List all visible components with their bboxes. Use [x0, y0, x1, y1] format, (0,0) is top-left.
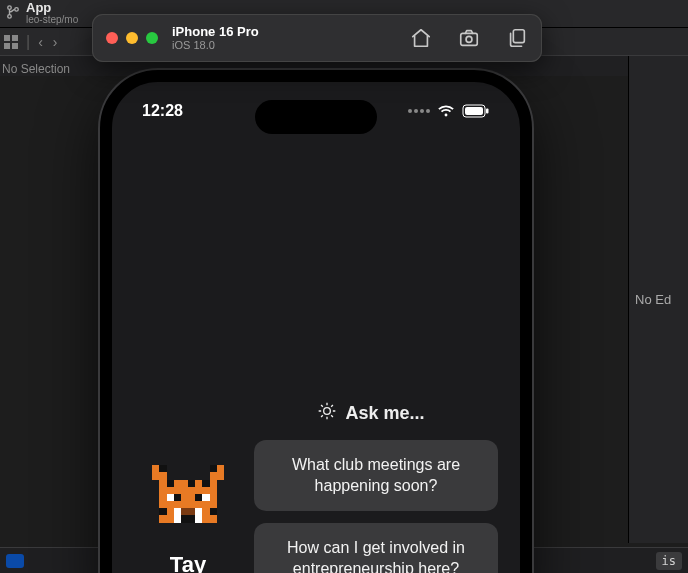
- minimize-icon[interactable]: [126, 32, 138, 44]
- svg-rect-18: [217, 465, 224, 472]
- cellular-icon: [408, 109, 430, 113]
- svg-rect-26: [174, 494, 181, 501]
- svg-rect-23: [188, 480, 195, 487]
- battery-icon: [462, 104, 490, 118]
- svg-rect-22: [167, 480, 174, 487]
- svg-point-13: [324, 407, 331, 414]
- zoom-icon[interactable]: [146, 32, 158, 44]
- svg-point-2: [15, 8, 19, 12]
- svg-rect-6: [12, 43, 18, 49]
- home-icon[interactable]: [410, 27, 432, 49]
- wifi-icon: [437, 104, 455, 118]
- sparkle-icon: [317, 401, 337, 426]
- scheme-subtitle: leo-step/mo: [26, 15, 78, 26]
- branch-icon: [6, 5, 20, 22]
- svg-rect-24: [202, 480, 209, 487]
- tiger-avatar-icon: [145, 458, 231, 544]
- status-time: 12:28: [142, 102, 183, 120]
- simulator-os-subtitle: iOS 18.0: [172, 39, 259, 51]
- svg-rect-5: [4, 43, 10, 49]
- avatar-name: Tay: [170, 552, 206, 573]
- svg-rect-34: [210, 508, 217, 515]
- svg-point-0: [8, 6, 12, 10]
- svg-rect-32: [188, 515, 195, 522]
- suggestion-card[interactable]: How can I get involved in entrepreneursh…: [254, 523, 498, 573]
- svg-rect-30: [181, 508, 195, 515]
- window-traffic-lights[interactable]: [106, 32, 158, 44]
- simulator-window-titlebar[interactable]: iPhone 16 Pro iOS 18.0: [92, 14, 542, 62]
- suggestion-card[interactable]: What club meetings are happening soon?: [254, 440, 498, 511]
- inspector-placeholder: No Ed: [628, 56, 688, 543]
- simulator-device-screen[interactable]: 12:28 Ask me... What club meetings are h…: [100, 70, 532, 573]
- related-items-icon[interactable]: [4, 35, 20, 49]
- svg-rect-31: [181, 515, 188, 522]
- screenshot-icon[interactable]: [458, 27, 480, 49]
- simulator-device-title: iPhone 16 Pro: [172, 25, 259, 39]
- scheme-title: App: [26, 1, 78, 15]
- ask-me-label: Ask me...: [345, 403, 424, 424]
- svg-point-1: [8, 15, 12, 19]
- svg-rect-16: [159, 465, 166, 472]
- avatar-block: Tay: [134, 458, 242, 573]
- svg-rect-20: [210, 472, 224, 479]
- nav-back-button[interactable]: ‹: [36, 34, 45, 50]
- is-badge: is: [656, 552, 682, 570]
- svg-rect-17: [210, 465, 217, 472]
- svg-point-8: [466, 36, 472, 42]
- svg-rect-19: [152, 472, 166, 479]
- ask-me-header: Ask me...: [244, 401, 498, 426]
- svg-rect-4: [12, 35, 18, 41]
- svg-rect-3: [4, 35, 10, 41]
- svg-rect-28: [195, 494, 202, 501]
- close-icon[interactable]: [106, 32, 118, 44]
- svg-rect-7: [461, 33, 478, 45]
- svg-rect-33: [159, 508, 166, 515]
- svg-rect-15: [152, 465, 159, 472]
- filter-indicator[interactable]: [6, 554, 24, 568]
- svg-rect-11: [465, 107, 483, 115]
- copy-icon[interactable]: [506, 27, 528, 49]
- svg-rect-12: [486, 109, 489, 114]
- nav-forward-button[interactable]: ›: [51, 34, 60, 50]
- svg-rect-9: [513, 30, 524, 43]
- status-bar: 12:28: [112, 102, 520, 120]
